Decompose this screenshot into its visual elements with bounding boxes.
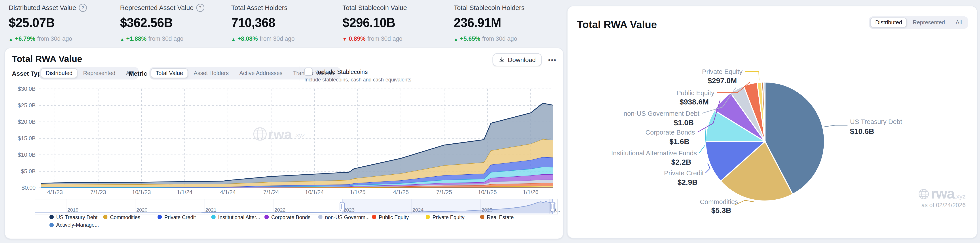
x-axis-label: 7/1/23	[91, 189, 106, 195]
y-axis-label: $15.0B	[18, 135, 36, 141]
x-axis-label: 4/1/23	[47, 189, 63, 195]
include-stablecoins-label: Include Stablecoins	[317, 68, 368, 75]
x-axis-label: 10/1/23	[132, 189, 151, 195]
x-axis-label: 10/1/25	[478, 189, 497, 195]
stats-row: Distributed Asset Value ? $25.07B ▲ +6.7…	[0, 0, 562, 45]
delta-down-icon: ▼	[342, 37, 347, 42]
pie-value-Corporate Bonds: $1.6B	[670, 137, 689, 145]
pie-value-non-US Government Debt: $1.0B	[674, 118, 694, 127]
stat-total-stablecoin-holders: Total Stablecoin Holders 236.91M ▲ +5.65…	[454, 4, 525, 42]
x-axis-label: 1/1/25	[350, 189, 366, 195]
pie-value-US Treasury Debt: $10.6B	[850, 127, 874, 136]
pie-chart: US Treasury Debt$10.6BCommodities$5.3BPr…	[568, 6, 977, 238]
asset-type-option-represented[interactable]: Represented	[78, 68, 120, 78]
help-icon[interactable]: ?	[196, 3, 204, 12]
pie-value-Private Equity: $297.0M	[708, 76, 737, 85]
legend-label: US Treasury Debt	[56, 214, 98, 220]
delta-up-icon: ▲	[454, 37, 458, 42]
legend-item-Actively-Manage...[interactable]: Actively-Manage...	[49, 222, 99, 227]
legend-item-US Treasury Debt[interactable]: US Treasury Debt	[49, 214, 97, 220]
delta-percent: +5.65%	[460, 35, 480, 42]
pie-value-Public Equity: $938.6M	[679, 98, 709, 106]
more-options-icon[interactable]: •••	[548, 57, 557, 63]
navigator-handle-left[interactable]	[340, 202, 344, 211]
watermark-brand: rwa	[931, 185, 955, 202]
x-axis-label: 7/1/24	[263, 189, 279, 195]
include-stablecoins-checkbox[interactable]	[304, 68, 313, 76]
legend-label: Private Equity	[433, 214, 465, 220]
watermark-tld: .xyz	[955, 193, 966, 200]
legend-item-non-US Governm...[interactable]: non-US Governm...	[318, 214, 370, 220]
legend-label: Real Estate	[487, 214, 514, 220]
legend-item-Institutional Alter...[interactable]: Institutional Alter...	[211, 214, 260, 220]
download-label: Download	[508, 56, 536, 63]
rwa-xyz-watermark: rwa.xyz	[254, 126, 305, 142]
stat-label: Total Stablecoin Value	[342, 4, 407, 11]
legend-label: non-US Governm...	[325, 214, 370, 220]
stat-label: Total Asset Holders	[231, 4, 287, 11]
legend-item-Commodities[interactable]: Commodities	[103, 214, 140, 220]
stat-delta: ▲ +6.79% from 30d ago	[9, 35, 87, 42]
legend-dot-icon	[318, 215, 323, 219]
y-axis-label: $20.0B	[18, 118, 36, 125]
legend-dot-icon	[426, 215, 430, 219]
pie-leader-line	[745, 72, 759, 81]
delta-percent: +6.79%	[15, 35, 35, 42]
legend-item-Corporate Bonds[interactable]: Corporate Bonds	[264, 214, 310, 220]
legend-dot-icon	[49, 223, 54, 227]
legend-dot-icon	[372, 215, 376, 219]
delta-percent: +8.08%	[237, 35, 258, 42]
metric-label: Metric	[129, 70, 147, 77]
navigator-handle-right[interactable]	[550, 202, 555, 211]
download-button[interactable]: Download	[492, 53, 542, 66]
delta-note: from 30d ago	[37, 35, 72, 42]
stat-delta: ▲ +8.08% from 30d ago	[231, 35, 295, 42]
stat-value: 710,368	[231, 16, 295, 30]
pie-label-Private Credit: Private Credit	[664, 169, 704, 177]
legend-dot-icon	[103, 215, 108, 219]
divider	[124, 66, 124, 81]
legend-label: Actively-Manage...	[56, 222, 99, 228]
stat-label: Represented Asset Value	[120, 4, 194, 11]
dashboard-page: Distributed Asset Value ? $25.07B ▲ +6.7…	[0, 0, 980, 243]
legend-dot-icon	[480, 215, 484, 219]
legend-label: Commodities	[110, 214, 140, 220]
legend-item-Private Equity[interactable]: Private Equity	[426, 214, 465, 220]
stat-label: Total Stablecoin Holders	[454, 4, 525, 11]
metric-option-total-value[interactable]: Total Value	[151, 68, 188, 78]
include-stablecoins-caption: Include stablecoins, cash and cash-equiv…	[304, 77, 411, 83]
as-of-date: as of 02/24/2026	[921, 201, 966, 208]
legend-dot-icon	[264, 215, 269, 219]
pie-label-Private Equity: Private Equity	[702, 68, 743, 75]
legend-dot-icon	[49, 215, 54, 219]
stat-label: Distributed Asset Value	[9, 4, 76, 11]
total-rwa-value-chart-card: Total RWA Value Download ••• Asset Type …	[5, 48, 564, 239]
x-axis-label: 1/1/24	[177, 189, 192, 195]
chart-controls: Asset Type Distributed Represented All M…	[5, 66, 563, 82]
delta-up-icon: ▲	[231, 37, 236, 42]
navigator-selection[interactable]	[342, 199, 552, 214]
stat-value: $25.07B	[9, 16, 87, 30]
legend-item-Private Credit[interactable]: Private Credit	[158, 214, 196, 220]
y-axis-label: $5.0B	[21, 168, 36, 174]
delta-up-icon: ▲	[120, 37, 124, 42]
stat-value: $296.10B	[342, 16, 407, 30]
pie-label-Institutional Alternative Funds: Institutional Alternative Funds	[611, 149, 697, 157]
stat-value: $362.56B	[120, 16, 204, 30]
metric-option-active-addresses[interactable]: Active Addresses	[234, 68, 288, 78]
legend-item-Real Estate[interactable]: Real Estate	[480, 214, 514, 220]
stat-delta: ▲ +1.88% from 30d ago	[120, 35, 204, 42]
delta-note: from 30d ago	[368, 35, 402, 42]
delta-note: from 30d ago	[148, 35, 183, 42]
asset-type-option-distributed[interactable]: Distributed	[41, 68, 78, 78]
help-icon[interactable]: ?	[79, 3, 87, 12]
metric-option-asset-holders[interactable]: Asset Holders	[189, 68, 234, 78]
pie-value-Commodities: $5.3B	[711, 206, 731, 214]
navigator-year-label: 2022	[274, 207, 285, 213]
legend-item-Public Equity[interactable]: Public Equity	[372, 214, 409, 220]
stat-delta: ▲ +5.65% from 30d ago	[454, 35, 525, 42]
legend-dot-icon	[158, 215, 162, 219]
y-axis-label: $25.0B	[18, 102, 36, 109]
pie-label-non-US Government Debt: non-US Government Debt	[624, 110, 700, 117]
legend-label: Corporate Bonds	[271, 214, 310, 220]
